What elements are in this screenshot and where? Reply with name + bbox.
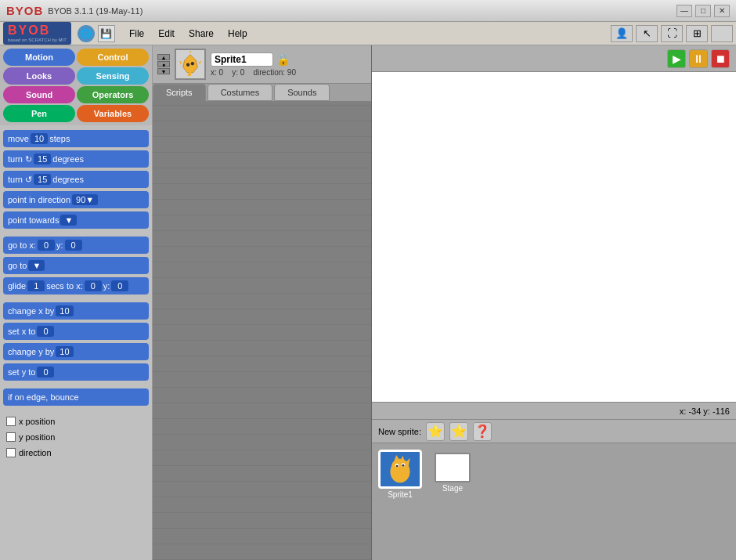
sprite-name-row: Sprite1 🔒 [211,52,366,67]
save-icon[interactable]: 💾 [98,25,115,42]
svg-marker-5 [199,60,202,65]
svg-point-30 [396,465,399,468]
blocks-list: move 10 steps turn ↻ 15 degrees turn ↺ 1… [0,125,152,560]
sprite-dir-val: 90 [287,68,296,77]
tab-costumes[interactable]: Costumes [207,84,273,101]
tab-sounds[interactable]: Sounds [274,84,330,101]
maximize-button[interactable]: □ [695,5,711,17]
block-set-x[interactable]: set x to 0 [3,323,149,340]
cat-looks-button[interactable]: Looks [3,67,75,85]
checkbox-direction-input[interactable] [6,448,16,457]
block-point-dir-val: 90▼ [72,194,98,205]
cursor-icon[interactable]: ↖ [636,25,658,42]
toolbar-right: 👤 ↖ ⛶ ⊞ [611,25,733,42]
layout2-icon[interactable] [711,25,733,42]
checkbox-direction: direction [3,446,149,459]
sprite-thumb-svg [176,49,204,79]
cat-operators-button[interactable]: Operators [77,86,149,103]
script-area[interactable] [153,103,371,560]
stage-area[interactable] [372,72,736,402]
block-go-to-dropdown[interactable]: ▼ [28,260,45,271]
sprite-name-field[interactable]: Sprite1 [211,52,273,67]
cat-motion-button[interactable]: Motion [3,49,75,66]
svg-point-2 [191,62,194,65]
menu-file[interactable]: File [123,27,150,41]
minimize-button[interactable]: — [676,5,692,17]
svg-marker-3 [189,51,192,52]
block-change-y[interactable]: change y by 10 [3,343,149,360]
checkbox-x-pos: x position [3,415,149,428]
block-turn-ccw[interactable]: turn ↺ 15 degrees [3,171,149,188]
svg-marker-4 [179,60,182,65]
titlebar: BYOB BYOB 3.1.1 (19-May-11) — □ ✕ [0,0,736,22]
block-turn-cw[interactable]: turn ↻ 15 degrees [3,150,149,168]
sprite-nav-center[interactable]: ● [157,61,170,67]
sprite-nav-up[interactable]: ▲ [157,54,170,60]
block-change-x[interactable]: change x by 10 [3,302,149,320]
block-if-edge[interactable]: if on edge, bounce [3,388,149,406]
block-go-to-xy[interactable]: go to x: 0 y: 0 [3,237,149,254]
cat-sensing-button[interactable]: Sensing [77,67,149,85]
sprite1-label: Sprite1 [388,490,413,499]
cat-control-button[interactable]: Control [77,49,149,66]
new-sprite-paint-button[interactable]: ⭐ [426,422,445,441]
checkbox-y-pos-label: y position [19,432,55,442]
checkbox-x-pos-input[interactable] [6,417,16,426]
app-name: BYOB [6,4,43,17]
block-set-y[interactable]: set y to 0 [3,363,149,381]
menu-share[interactable]: Share [182,27,220,41]
block-move-label: move [8,134,29,143]
coord-text: x: -34 y: -116 [680,406,730,416]
stop-button[interactable]: ⏹ [711,49,730,68]
sprite-x-val: 0 [219,68,224,77]
stage-label: Stage [442,484,463,493]
block-move-num: 10 [31,133,48,144]
tab-scripts[interactable]: Scripts [153,84,206,101]
block-point-towards-dropdown[interactable]: ▼ [60,215,77,226]
new-sprite-file-button[interactable]: ⭐ [449,422,468,441]
sprite-nav-down[interactable]: ▼ [157,68,170,74]
svg-marker-0 [183,55,198,73]
checkbox-y-pos-input[interactable] [6,432,16,442]
sprite-thumbnail [175,49,206,80]
sprite1-thumb-svg [381,452,420,486]
sprite-nav: ▲ ● ▼ [157,54,170,74]
globe-icon[interactable]: 🌐 [78,25,95,42]
green-flag-button[interactable]: ▶ [667,49,686,68]
block-point-towards[interactable]: point towards ▼ [3,211,149,229]
block-move[interactable]: move 10 steps [3,130,149,147]
person-icon[interactable]: 👤 [611,25,633,42]
menu-help[interactable]: Help [222,27,254,41]
block-go-to[interactable]: go to ▼ [3,257,149,274]
layout-icon[interactable]: ⊞ [686,25,708,42]
stage-item[interactable]: Stage [435,453,471,493]
block-point-dir[interactable]: point in direction 90▼ [3,191,149,208]
cat-pen-button[interactable]: Pen [3,105,75,122]
new-sprite-camera-button[interactable]: ❓ [473,422,492,441]
middle-panel: ▲ ● ▼ Sprite1 🔒 [153,45,372,560]
block-turn-cw-num: 15 [34,154,51,164]
menu-edit[interactable]: Edit [152,27,181,41]
stage-thumb-box [435,453,471,482]
menubar: BYOB based on SCRATCH by MIT 🌐 💾 File Ed… [0,22,736,45]
sprite-item-sprite1[interactable]: Sprite1 [378,450,422,499]
tabs-bar: Scripts Costumes Sounds [153,84,371,103]
close-button[interactable]: ✕ [714,5,730,17]
pause-button[interactable]: ⏸ [689,49,708,68]
cat-variables-button[interactable]: Variables [77,105,149,122]
sprite-coords: x: 0 y: 0 direction: 90 [211,68,366,77]
byob-logo-menu: BYOB based on SCRATCH by MIT [3,22,71,44]
lock-icon: 🔒 [276,53,290,66]
window-title: BYOB 3.1.1 (19-May-11) [48,6,676,16]
checkbox-y-pos: y position [3,431,149,443]
sprite-info: Sprite1 🔒 x: 0 y: 0 direction: 90 [211,52,366,77]
block-glide[interactable]: glide 1 secs to x: 0 y: 0 [3,277,149,294]
stage-controls: ▶ ⏸ ⏹ [372,45,736,72]
right-panel: ▶ ⏸ ⏹ [372,45,736,560]
sprite-header: ▲ ● ▼ Sprite1 🔒 [153,45,371,84]
fullscreen-icon[interactable]: ⛶ [661,25,683,42]
coord-display: x: -34 y: -116 [372,402,736,419]
cat-sound-button[interactable]: Sound [3,86,75,103]
new-sprite-bar: New sprite: ⭐ ⭐ ❓ [372,420,736,443]
app-logo: BYOB [6,4,43,17]
